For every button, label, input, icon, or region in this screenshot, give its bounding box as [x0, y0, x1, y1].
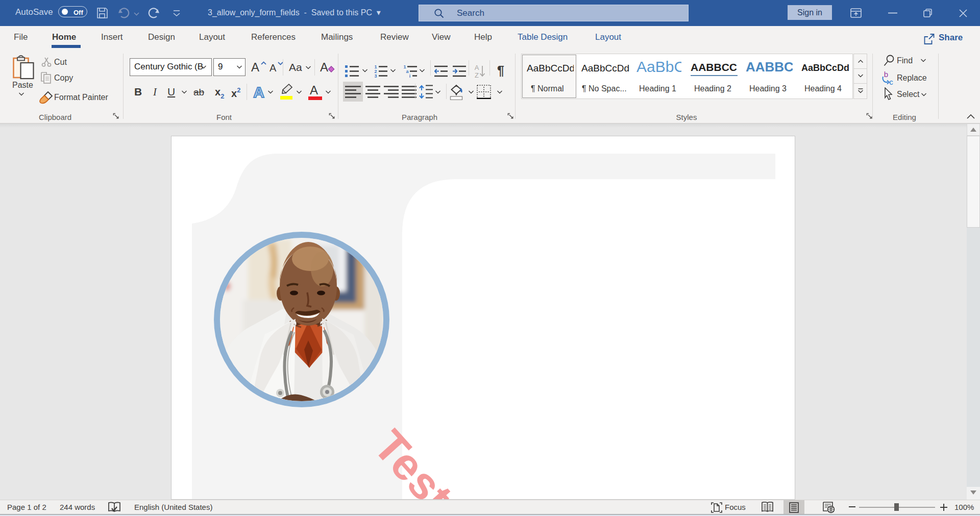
svg-text:c: c — [889, 78, 893, 86]
svg-text:A: A — [253, 84, 264, 100]
svg-text:3: 3 — [374, 73, 377, 78]
svg-text:b: b — [884, 71, 888, 79]
svg-text:a: a — [406, 69, 409, 74]
svg-text:Z: Z — [475, 71, 479, 79]
svg-text:i: i — [409, 73, 411, 78]
svg-text:A: A — [475, 64, 479, 71]
